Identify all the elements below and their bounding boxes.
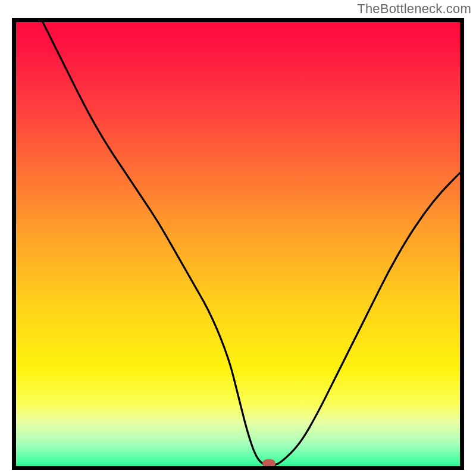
watermark-text: TheBottleneck.com (357, 1, 471, 17)
plot-frame (12, 18, 464, 470)
bottleneck-curve (43, 22, 460, 466)
optimal-point-marker (262, 459, 275, 468)
chart-container: TheBottleneck.com (0, 0, 476, 476)
curve-svg (16, 22, 460, 466)
